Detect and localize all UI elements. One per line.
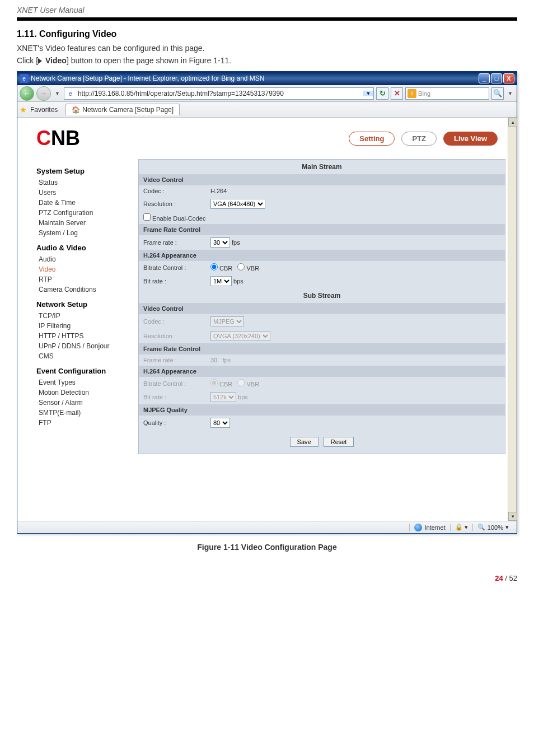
sidebar: System Setup Status Users Date & Time PT… [23,156,135,465]
sidebar-item-system-log[interactable]: System / Log [36,228,135,238]
setting-button[interactable]: Setting [349,132,395,146]
title-bar[interactable]: e Network Camera [Setup Page] - Internet… [17,72,517,85]
reset-button[interactable]: Reset [324,437,354,447]
stop-button[interactable]: ✕ [391,87,403,100]
vbr-radio-sub [237,379,245,386]
group-system-setup: System Setup [36,167,135,175]
sidebar-item-rtp[interactable]: RTP [36,274,135,284]
sidebar-item-tcpip[interactable]: TCP/IP [36,311,135,321]
maximize-button[interactable]: □ [491,73,502,83]
save-button[interactable]: Save [290,437,318,447]
search-box[interactable]: b Bing [405,87,489,100]
section-line2: Click [ Video] button to open the page s… [0,56,534,68]
live-view-button[interactable]: Live View [443,132,498,146]
doc-header: XNET User Manual [0,0,534,17]
bitrate-label-1: Bit rate : [143,278,205,284]
h264-appearance-header-2: H.264 Appearance [139,366,505,377]
bps-label-2: bps [238,394,248,400]
bitrate-control-label-1: Bitrate Control : [143,264,205,271]
frame-rate-header-2: Frame Rate Control [139,343,505,354]
resolution-select-sub: QVGA (320x240) [210,331,270,341]
favorites-label: Favorites [30,106,58,114]
vertical-scrollbar[interactable]: ▴ ▾ [508,118,517,521]
main-stream-header: Main Stream [139,160,505,174]
sidebar-item-upnp[interactable]: UPnP / DDNS / Bonjour [36,341,135,351]
section-line1: XNET's Video features can be configured … [0,44,534,56]
search-dropdown[interactable]: ▼ [506,91,514,96]
back-button[interactable]: ← [20,86,34,101]
sidebar-item-maintain[interactable]: Maintain Server [36,218,135,228]
browser-tab[interactable]: 🏠 Network Camera [Setup Page] [65,104,180,115]
sidebar-item-users[interactable]: Users [36,188,135,198]
sidebar-item-status[interactable]: Status [36,178,135,188]
address-dropdown[interactable]: ▼ [363,91,373,96]
sidebar-item-motion[interactable]: Motion Detection [36,388,135,398]
browser-window: e Network Camera [Setup Page] - Internet… [17,71,517,534]
forward-button[interactable]: → [36,86,51,101]
sidebar-item-sensor[interactable]: Sensor / Alarm [36,398,135,408]
enable-dual-codec-checkbox[interactable] [143,213,151,221]
resolution-label-2: Resolution : [143,333,205,339]
refresh-button[interactable]: ↻ [376,87,388,100]
sidebar-item-http[interactable]: HTTP / HTTPS [36,331,135,341]
fps-label-2: fps [222,357,231,363]
vbr-label-2: VBR [247,381,260,388]
codec-value-main: H.264 [210,188,227,194]
sidebar-item-video[interactable]: Video [36,264,135,274]
quality-label: Quality : [143,419,205,426]
status-zoom[interactable]: 🔍 100% ▾ [472,524,513,531]
address-text: http://193.168.0.85/html/operator/Setup.… [77,90,363,97]
address-toolbar: ← → ▼ e http://193.168.0.85/html/operato… [17,85,517,102]
cbr-label-2: CBR [219,381,232,388]
search-button[interactable]: 🔍 [491,87,504,100]
scroll-up-icon[interactable]: ▴ [508,118,517,127]
sidebar-item-ptz-config[interactable]: PTZ Configuration [36,208,135,218]
resolution-label-1: Resolution : [143,200,205,207]
bps-label-1: bps [233,278,243,284]
sidebar-item-smtp[interactable]: SMTP(E-mail) [36,408,135,418]
vbr-radio-main[interactable] [237,263,245,270]
minimize-button[interactable]: _ [479,73,490,83]
section-title: 1.11. Configuring Video [0,29,534,44]
group-audio-video: Audio & Video [36,244,135,252]
enable-dual-label: Enable Dual-Codec [152,215,205,222]
bitrate-label-2: Bit rate : [143,394,205,400]
sidebar-item-cms[interactable]: CMS [36,351,135,361]
page-number: 24 / 52 [0,574,534,592]
video-control-header-2: Video Control [139,303,505,314]
frame-rate-select-main[interactable]: 30 [210,237,230,248]
sidebar-item-date-time[interactable]: Date & Time [36,198,135,208]
sidebar-item-event-types[interactable]: Event Types [36,377,135,388]
h264-appearance-header-1: H.264 Appearance [139,250,505,261]
sidebar-item-camera-cond[interactable]: Camera Conditions [36,284,135,295]
close-button[interactable]: X [503,73,514,83]
nav-history-dropdown[interactable]: ▼ [53,91,62,96]
header-divider [17,17,517,21]
address-bar[interactable]: e http://193.168.0.85/html/operator/Setu… [64,87,374,100]
config-panel: Main Stream Video Control Codec : H.264 … [135,156,511,465]
quality-select[interactable]: 80 [210,418,230,428]
codec-select-sub: MJPEG [210,316,244,326]
tab-label: Network Camera [Setup Page] [82,106,174,114]
status-protected-mode[interactable]: 🔓 ▾ [450,524,472,531]
search-placeholder: Bing [418,90,489,97]
codec-label-2: Codec : [143,318,205,325]
status-zone: Internet [409,524,449,531]
triangle-icon [38,58,42,64]
cnb-logo: CNB [36,127,80,150]
sidebar-item-ip-filter[interactable]: IP Filtering [36,321,135,331]
favorites-star-icon[interactable]: ★ [20,105,27,114]
bitrate-select-sub: 512k [210,392,236,402]
scroll-down-icon[interactable]: ▾ [508,512,517,521]
resolution-select-main[interactable]: VGA (640x480) [210,199,265,209]
cbr-radio-main[interactable] [210,263,218,270]
frame-rate-label-1: Frame rate : [143,239,205,246]
cbr-label-1: CBR [219,265,232,272]
video-control-header-1: Video Control [139,174,505,185]
ptz-button[interactable]: PTZ [401,132,437,146]
codec-label-1: Codec : [143,188,205,194]
bitrate-select-main[interactable]: 1M [210,276,232,286]
sidebar-item-ftp[interactable]: FTP [36,418,135,428]
sidebar-item-audio[interactable]: Audio [36,254,135,264]
page-content: ▴ ▾ CNB Setting PTZ Live View System Set… [17,118,517,521]
